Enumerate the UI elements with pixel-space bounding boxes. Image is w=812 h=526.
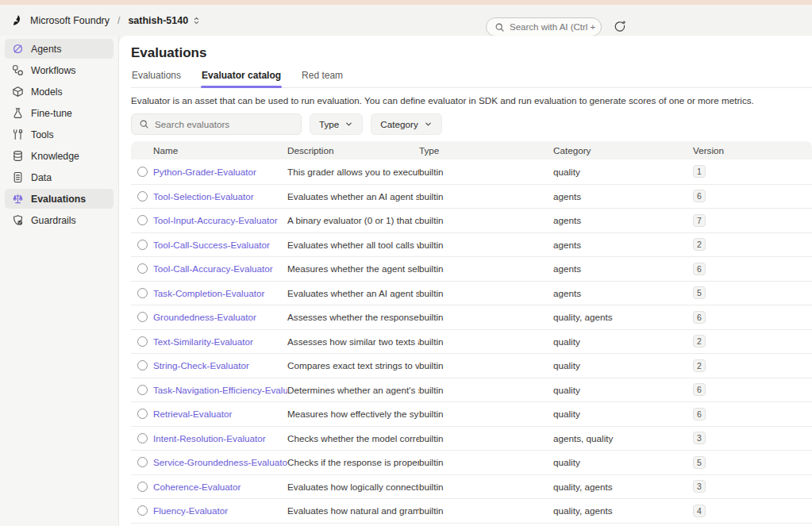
brand[interactable]: Microsoft Foundry <box>0 13 110 27</box>
type-filter-label: Type <box>319 119 339 129</box>
category-filter-dropdown[interactable]: Category <box>371 113 441 135</box>
evaluator-type: builtin <box>419 191 553 202</box>
fine-tune-icon <box>11 107 24 120</box>
evaluator-category: agents <box>553 191 693 202</box>
sidebar: Agents Workflows Models Fine-tune <box>0 36 119 526</box>
evaluator-name-link[interactable]: Groundedness-Evaluator <box>153 312 287 322</box>
table-row: Service-Groundedness-Evaluator Checks if… <box>131 450 812 474</box>
evaluator-search-box[interactable] <box>131 113 302 135</box>
tab-evaluator-catalog[interactable]: Evaluator catalog <box>201 67 282 87</box>
evaluator-type: builtin <box>419 336 553 347</box>
version-badge: 6 <box>693 408 706 420</box>
models-icon <box>11 86 24 98</box>
breadcrumb-project[interactable]: sathish-5140 <box>128 15 188 26</box>
sidebar-item-knowledge[interactable]: Knowledge <box>5 146 114 166</box>
product-name: Microsoft Foundry <box>30 15 110 26</box>
sidebar-item-tools[interactable]: Tools <box>5 125 114 144</box>
evaluator-category: quality <box>553 385 693 395</box>
row-radio-button[interactable] <box>137 360 148 371</box>
chevron-down-icon <box>344 120 353 129</box>
evaluator-name-link[interactable]: Task-Navigation-Efficiency-Evaluator <box>153 385 287 395</box>
row-radio-button[interactable] <box>137 457 148 467</box>
row-radio-button[interactable] <box>137 336 148 347</box>
evaluator-name-link[interactable]: Intent-Resolution-Evaluator <box>153 433 287 443</box>
evaluator-search-input[interactable] <box>155 119 290 129</box>
version-badge: 6 <box>693 190 706 202</box>
table-row: String-Check-Evaluator Compares exact te… <box>131 353 812 378</box>
content-canvas: Evaluations Evaluations Evaluator catalo… <box>119 36 812 526</box>
evaluator-name-link[interactable]: Tool-Input-Accuracy-Evaluator <box>153 215 287 225</box>
table-row: Task-Navigation-Efficiency-Evaluator Det… <box>131 378 812 402</box>
evaluator-description: Measures whether the agent selects... <box>287 263 419 274</box>
sidebar-item-guardrails[interactable]: Guardrails <box>5 210 114 230</box>
ai-search-input[interactable] <box>510 22 597 32</box>
row-radio-button[interactable] <box>137 385 148 395</box>
row-radio-button[interactable] <box>137 215 148 225</box>
evaluator-name-link[interactable]: Coherence-Evaluator <box>153 482 287 492</box>
chevron-down-icon <box>424 120 433 129</box>
evaluator-category: quality, agents <box>553 505 693 516</box>
row-radio-button[interactable] <box>137 191 148 202</box>
evaluator-name-link[interactable]: Tool-Call-Success-Evaluator <box>153 240 287 250</box>
row-radio-button[interactable] <box>137 263 148 274</box>
row-radio-button[interactable] <box>137 312 148 322</box>
type-filter-dropdown[interactable]: Type <box>310 113 363 135</box>
column-header-type[interactable]: Type <box>419 145 553 155</box>
top-bar: Microsoft Foundry / sathish-5140 <box>0 5 812 36</box>
sidebar-item-label: Workflows <box>31 65 75 76</box>
evaluator-name-link[interactable]: Service-Groundedness-Evaluator <box>153 457 287 467</box>
column-header-category[interactable]: Category <box>553 145 693 155</box>
evaluator-type: builtin <box>419 240 553 250</box>
version-badge: 6 <box>693 263 706 275</box>
evaluator-name-link[interactable]: Tool-Selection-Evaluator <box>153 191 287 202</box>
project-switcher-chevrons-icon[interactable] <box>192 16 201 25</box>
row-radio-button[interactable] <box>137 409 148 419</box>
evaluator-name-link[interactable]: Task-Completion-Evaluator <box>153 288 287 298</box>
evaluator-category: quality <box>553 167 693 177</box>
column-header-version[interactable]: Version <box>693 145 812 155</box>
evaluator-category: agents <box>553 263 693 274</box>
tab-red-team[interactable]: Red team <box>301 67 344 87</box>
version-badge: 4 <box>693 505 706 517</box>
sidebar-item-label: Knowledge <box>31 151 79 162</box>
evaluator-name-link[interactable]: String-Check-Evaluator <box>153 360 287 371</box>
row-radio-button[interactable] <box>137 288 148 298</box>
page-title: Evaluations <box>131 45 812 61</box>
sidebar-item-label: Agents <box>31 44 61 55</box>
evaluator-type: builtin <box>419 505 553 516</box>
table-header-row: Name Description Type Category Version <box>131 141 812 159</box>
sidebar-item-fine-tune[interactable]: Fine-tune <box>5 103 114 123</box>
row-radio-button[interactable] <box>137 482 148 492</box>
tools-icon <box>11 129 24 141</box>
evaluator-name-link[interactable]: Retrieval-Evaluator <box>153 409 287 419</box>
table-row: Text-Similarity-Evaluator Assesses how s… <box>131 329 812 354</box>
evaluator-name-link[interactable]: Fluency-Evaluator <box>153 505 287 516</box>
sidebar-item-evaluations[interactable]: Evaluations <box>5 189 114 209</box>
evaluator-name-link[interactable]: Text-Similarity-Evaluator <box>153 336 287 347</box>
table-row: Coherence-Evaluator Evaluates how logica… <box>131 474 812 499</box>
evaluator-type: builtin <box>419 385 553 395</box>
evaluator-description: Checks if the response is properly gr... <box>287 457 419 467</box>
row-radio-button[interactable] <box>137 433 148 443</box>
column-header-description[interactable]: Description <box>287 145 419 155</box>
copilot-new-chat-icon[interactable] <box>613 20 627 34</box>
ai-search-bar[interactable] <box>486 17 602 36</box>
sidebar-item-workflows[interactable]: Workflows <box>5 60 114 80</box>
evaluator-name-link[interactable]: Tool-Call-Accuracy-Evaluator <box>153 263 287 274</box>
evaluator-category: agents <box>553 215 693 225</box>
workflows-icon <box>11 64 24 77</box>
evaluator-description: Checks whether the model correctly... <box>287 433 419 443</box>
table-row: Tool-Call-Accuracy-Evaluator Measures wh… <box>131 256 812 281</box>
version-badge: 6 <box>693 383 706 396</box>
evaluator-category: quality <box>553 457 693 467</box>
row-radio-button[interactable] <box>137 505 148 516</box>
tab-evaluations[interactable]: Evaluations <box>131 67 182 87</box>
column-header-name[interactable]: Name <box>153 145 287 155</box>
sidebar-item-data[interactable]: Data <box>5 167 114 187</box>
evaluator-description: Determines whether an agent's seq... <box>287 385 419 395</box>
row-radio-button[interactable] <box>137 167 148 177</box>
sidebar-item-agents[interactable]: Agents <box>5 39 114 59</box>
sidebar-item-models[interactable]: Models <box>5 82 114 102</box>
row-radio-button[interactable] <box>137 240 148 250</box>
evaluator-name-link[interactable]: Python-Grader-Evaluator <box>153 167 287 177</box>
